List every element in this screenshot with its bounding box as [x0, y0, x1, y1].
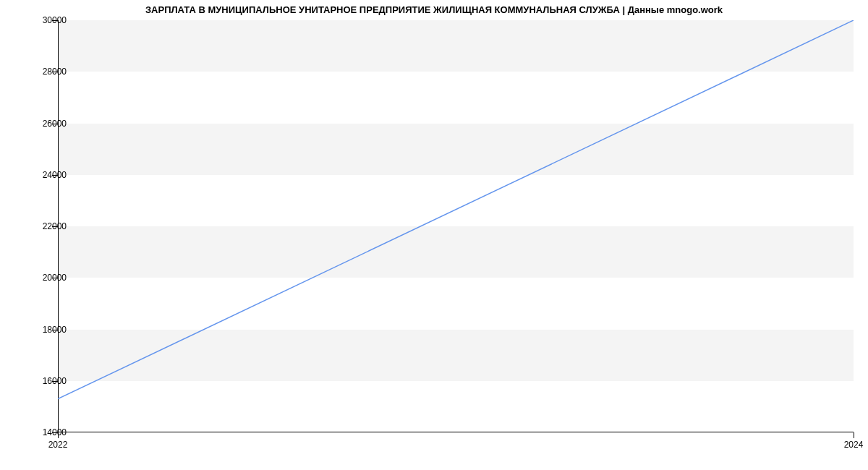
chart-title: ЗАРПЛАТА В МУНИЦИПАЛЬНОЕ УНИТАРНОЕ ПРЕДП…	[0, 4, 868, 15]
y-tick-label: 24000	[23, 170, 67, 180]
y-tick-label: 18000	[23, 325, 67, 335]
grid-band	[58, 330, 854, 381]
y-tick-label: 16000	[23, 376, 67, 386]
x-tick-label: 2022	[48, 440, 68, 450]
grid-band	[58, 20, 854, 72]
x-tick-label: 2024	[844, 440, 864, 450]
x-tick	[854, 432, 854, 438]
y-tick-label: 30000	[23, 15, 67, 25]
grid-band	[58, 124, 854, 175]
y-tick-label: 14000	[23, 427, 67, 437]
plot-background	[58, 20, 854, 432]
y-tick-label: 22000	[23, 221, 67, 231]
x-axis-line	[58, 432, 854, 432]
plot-area	[58, 20, 854, 432]
y-tick-label: 28000	[23, 67, 67, 77]
y-tick-label: 26000	[23, 119, 67, 129]
grid-band	[58, 226, 854, 278]
y-tick-label: 20000	[23, 273, 67, 283]
